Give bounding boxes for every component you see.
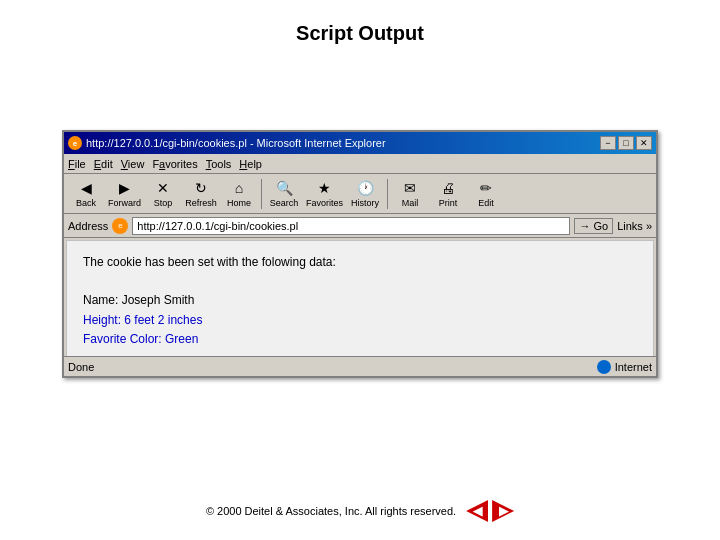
history-button[interactable]: 🕐 History	[347, 176, 383, 212]
menu-file[interactable]: File	[68, 158, 86, 170]
menu-help[interactable]: Help	[239, 158, 262, 170]
favorites-button[interactable]: ★ Favorites	[304, 176, 345, 212]
prev-button[interactable]: ◀	[466, 500, 488, 522]
browser-content: The cookie has been set with the folowin…	[66, 240, 654, 374]
refresh-label: Refresh	[185, 198, 217, 208]
mail-label: Mail	[402, 198, 419, 208]
edit-icon: ✏	[476, 179, 496, 197]
minimize-button[interactable]: −	[600, 136, 616, 150]
toolbar-separator-2	[387, 179, 388, 209]
page-title: Script Output	[0, 0, 720, 63]
menu-favorites[interactable]: Favorites	[152, 158, 197, 170]
content-line1: The cookie has been set with the folowin…	[83, 253, 637, 272]
browser-window: e http://127.0.0.1/cgi-bin/cookies.pl - …	[62, 130, 658, 378]
next-button[interactable]: ▶	[492, 500, 514, 522]
address-label: Address	[68, 220, 108, 232]
footer: © 2000 Deitel & Associates, Inc. All rig…	[0, 500, 720, 522]
content-line4: Height: 6 feet 2 inches	[83, 311, 637, 330]
globe-icon	[597, 360, 611, 374]
stop-icon: ✕	[153, 179, 173, 197]
refresh-icon: ↻	[191, 179, 211, 197]
title-bar: e http://127.0.0.1/cgi-bin/cookies.pl - …	[64, 132, 656, 154]
favorites-icon: ★	[315, 179, 335, 197]
back-button[interactable]: ◀ Back	[68, 176, 104, 212]
title-bar-buttons: − □ ✕	[600, 136, 652, 150]
mail-icon: ✉	[400, 179, 420, 197]
mail-button[interactable]: ✉ Mail	[392, 176, 428, 212]
menu-tools[interactable]: Tools	[206, 158, 232, 170]
print-button[interactable]: 🖨 Print	[430, 176, 466, 212]
status-bar: Done Internet	[64, 356, 656, 376]
forward-button[interactable]: ▶ Forward	[106, 176, 143, 212]
home-icon: ⌂	[229, 179, 249, 197]
back-icon: ◀	[76, 179, 96, 197]
nav-buttons: ◀ ▶	[466, 500, 514, 522]
browser-icon: e	[68, 136, 82, 150]
content-line5: Favorite Color: Green	[83, 330, 637, 349]
address-input[interactable]	[132, 217, 570, 235]
stop-label: Stop	[154, 198, 173, 208]
home-button[interactable]: ⌂ Home	[221, 176, 257, 212]
status-text: Done	[68, 361, 94, 373]
edit-button[interactable]: ✏ Edit	[468, 176, 504, 212]
title-bar-left: e http://127.0.0.1/cgi-bin/cookies.pl - …	[68, 136, 386, 150]
edit-label: Edit	[478, 198, 494, 208]
stop-button[interactable]: ✕ Stop	[145, 176, 181, 212]
status-internet: Internet	[597, 360, 652, 374]
toolbar-separator-1	[261, 179, 262, 209]
content-line3: Name: Joseph Smith	[83, 291, 637, 310]
search-icon: 🔍	[274, 179, 294, 197]
history-label: History	[351, 198, 379, 208]
home-label: Home	[227, 198, 251, 208]
print-icon: 🖨	[438, 179, 458, 197]
close-button[interactable]: ✕	[636, 136, 652, 150]
copyright-text: © 2000 Deitel & Associates, Inc. All rig…	[206, 505, 456, 517]
toolbar: ◀ Back ▶ Forward ✕ Stop ↻ Refresh ⌂ Home…	[64, 174, 656, 214]
address-icon: e	[112, 218, 128, 234]
menu-edit[interactable]: Edit	[94, 158, 113, 170]
content-text: The cookie has been set with the folowin…	[83, 253, 637, 349]
search-label: Search	[270, 198, 299, 208]
maximize-button[interactable]: □	[618, 136, 634, 150]
back-label: Back	[76, 198, 96, 208]
forward-icon: ▶	[115, 179, 135, 197]
go-button[interactable]: → Go	[574, 218, 613, 234]
history-icon: 🕐	[355, 179, 375, 197]
links-button[interactable]: Links »	[617, 220, 652, 232]
refresh-button[interactable]: ↻ Refresh	[183, 176, 219, 212]
print-label: Print	[439, 198, 458, 208]
menu-bar: File Edit View Favorites Tools Help	[64, 154, 656, 174]
favorites-label: Favorites	[306, 198, 343, 208]
search-button[interactable]: 🔍 Search	[266, 176, 302, 212]
title-bar-text: http://127.0.0.1/cgi-bin/cookies.pl - Mi…	[86, 137, 386, 149]
menu-view[interactable]: View	[121, 158, 145, 170]
status-zone: Internet	[615, 361, 652, 373]
forward-label: Forward	[108, 198, 141, 208]
address-bar: Address e → Go Links »	[64, 214, 656, 238]
